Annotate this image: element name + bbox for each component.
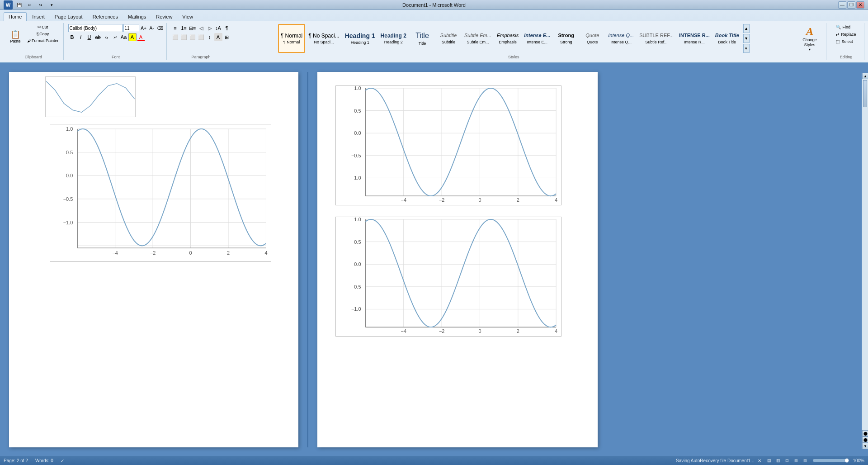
scroll-thumb[interactable] — [863, 80, 867, 107]
quick-access-more[interactable]: ▾ — [47, 1, 56, 9]
full-reading-view[interactable]: ▥ — [774, 457, 782, 464]
tab-mailings[interactable]: Mailings — [123, 13, 151, 21]
quick-access-undo[interactable]: ↩ — [25, 1, 34, 9]
restore-button[interactable]: ❐ — [847, 1, 855, 9]
style-heading1[interactable]: Heading 1 Heading 1 — [343, 24, 377, 53]
web-layout-view[interactable]: ⊡ — [783, 457, 791, 464]
font-color-button[interactable]: A — [137, 33, 145, 41]
pages-area: 1.0 0.5 0.0 −0.5 −1.0 −4 −2 0 2 4 — [0, 63, 868, 458]
justify-button[interactable]: ⬜ — [197, 33, 205, 41]
status-bar: Page: 2 of 2 Words: 0 ✓ Saving AutoRecov… — [0, 456, 868, 465]
change-styles-arrow: ▾ — [809, 47, 811, 52]
title-bar: W 💾 ↩ ↪ ▾ Document1 - Microsoft Word — ❐… — [0, 0, 868, 10]
underline-button[interactable]: U — [85, 33, 94, 41]
minimize-button[interactable]: — — [838, 1, 846, 9]
style-strong[interactable]: Strong Strong — [553, 24, 579, 53]
styles-scroll-down[interactable]: ▼ — [743, 34, 750, 43]
scroll-track[interactable] — [862, 79, 868, 430]
font-name-input[interactable] — [68, 24, 123, 32]
align-center-button[interactable]: ⬜ — [180, 33, 188, 41]
tab-review[interactable]: Review — [151, 13, 177, 21]
change-styles-group: A ChangeStyles ▾ . — [793, 23, 826, 60]
style-title[interactable]: Title Title — [410, 24, 435, 53]
style-intense-r[interactable]: Intense R... Intense R... — [677, 24, 712, 53]
scroll-up-button[interactable]: ▲ — [862, 73, 868, 79]
style-quote-preview: Quote — [585, 33, 599, 38]
font-shrink-button[interactable]: A- — [148, 24, 156, 32]
svg-text:2: 2 — [227, 250, 230, 256]
change-styles-label: ChangeStyles — [802, 38, 817, 47]
change-styles-button[interactable]: A ChangeStyles ▾ — [796, 24, 823, 53]
format-painter-button[interactable]: 🖌 Format Painter — [25, 38, 61, 44]
svg-text:0.0: 0.0 — [354, 261, 361, 267]
style-heading2[interactable]: Heading 2 Heading 2 — [378, 24, 409, 53]
style-subtle-em[interactable]: Subtle Em... Subtle Em... — [462, 24, 494, 53]
font-format-row: B I U ab x₂ x² Aa A A — [68, 33, 145, 41]
language-indicator[interactable]: ✓ — [61, 458, 64, 463]
font-size-input[interactable] — [123, 24, 139, 32]
style-no-spacing-preview: ¶ No Spaci... — [308, 33, 339, 39]
close-status-button[interactable]: ✕ — [758, 458, 761, 463]
borders-button[interactable]: ⊞ — [223, 33, 231, 41]
line-spacing-button[interactable]: ↕ — [206, 33, 214, 41]
indent-less-button[interactable]: ◁ — [197, 24, 205, 32]
show-marks-button[interactable]: ¶ — [223, 24, 231, 32]
styles-scroll-up[interactable]: ▲ — [743, 24, 750, 33]
scroll-down-button[interactable]: ▼ — [862, 443, 868, 449]
right-scrollbar[interactable]: ▲ ⬤ ⬤ ▼ — [862, 73, 868, 449]
close-button[interactable]: ✕ — [856, 1, 864, 9]
shading-button[interactable]: A — [214, 33, 222, 41]
scroll-prev-page[interactable]: ⬤ — [862, 430, 868, 437]
cut-button[interactable]: ✂ Cut — [25, 24, 61, 30]
quick-access-redo[interactable]: ↪ — [36, 1, 45, 9]
style-intense-e[interactable]: Intense E... Intense E... — [522, 24, 552, 53]
superscript-button[interactable]: x² — [111, 33, 119, 41]
copy-button[interactable]: ⎘ Copy — [25, 31, 61, 37]
subscript-button[interactable]: x₂ — [103, 33, 111, 41]
font-name-row: A+ A- ⌫ — [68, 24, 164, 32]
paragraph-label: Paragraph — [192, 54, 211, 59]
quick-access-save[interactable]: 💾 — [14, 1, 24, 9]
style-no-spacing[interactable]: ¶ No Spaci... No Spaci... — [306, 24, 341, 53]
align-left-button[interactable]: ⬜ — [171, 33, 179, 41]
bold-button[interactable]: B — [68, 33, 76, 41]
numbering-button[interactable]: 1≡ — [180, 24, 188, 32]
align-right-button[interactable]: ⬜ — [189, 33, 197, 41]
tab-references[interactable]: References — [88, 13, 123, 21]
outline-view[interactable]: ⊞ — [792, 457, 800, 464]
tab-home[interactable]: Home — [4, 12, 27, 21]
font-grow-button[interactable]: A+ — [140, 24, 147, 32]
tab-page-layout[interactable]: Page Layout — [50, 13, 87, 21]
find-button[interactable]: 🔍 Find — [834, 24, 852, 30]
mini-chart — [45, 76, 136, 117]
strikethrough-button[interactable]: ab — [94, 33, 102, 41]
clear-format-button[interactable]: ⌫ — [156, 24, 164, 32]
style-book-title[interactable]: Book Title Book Title — [713, 24, 741, 53]
select-button[interactable]: ⬚ Select — [834, 38, 854, 45]
svg-text:−4: −4 — [112, 250, 118, 256]
style-subtle-ref[interactable]: Subtle Ref... Subtle Ref... — [637, 24, 676, 53]
indent-more-button[interactable]: ▷ — [206, 24, 214, 32]
scroll-next-page[interactable]: ⬤ — [862, 437, 868, 443]
word-logo[interactable]: W — [4, 0, 13, 9]
replace-button[interactable]: ⇄ Replace — [834, 31, 858, 38]
print-layout-view[interactable]: ▤ — [765, 457, 773, 464]
main-area: 1.0 0.5 0.0 −0.5 −1.0 −4 −2 0 2 4 — [0, 63, 868, 458]
paste-button[interactable]: 📋 Paste — [6, 24, 24, 49]
style-emphasis[interactable]: Emphasis Emphasis — [495, 24, 521, 53]
sort-button[interactable]: ↕A — [214, 24, 222, 32]
multilevel-button[interactable]: ⊞≡ — [189, 24, 197, 32]
tab-insert[interactable]: Insert — [28, 13, 49, 21]
bullets-button[interactable]: ≡ — [171, 24, 179, 32]
highlight-button[interactable]: A — [128, 33, 137, 41]
draft-view[interactable]: ⊟ — [801, 457, 809, 464]
styles-expand[interactable]: ▾ — [743, 44, 750, 53]
change-case-button[interactable]: Aa — [120, 33, 128, 41]
style-subtitle[interactable]: Subtitle Subtitle — [436, 24, 461, 53]
style-intense-q[interactable]: Intense Q... Intense Q... — [606, 24, 636, 53]
tab-view[interactable]: View — [178, 13, 198, 21]
italic-button[interactable]: I — [77, 33, 85, 41]
style-quote[interactable]: Quote Quote — [580, 24, 605, 53]
style-normal[interactable]: ¶ Normal ¶ Normal — [278, 24, 305, 53]
zoom-slider[interactable] — [813, 459, 849, 462]
